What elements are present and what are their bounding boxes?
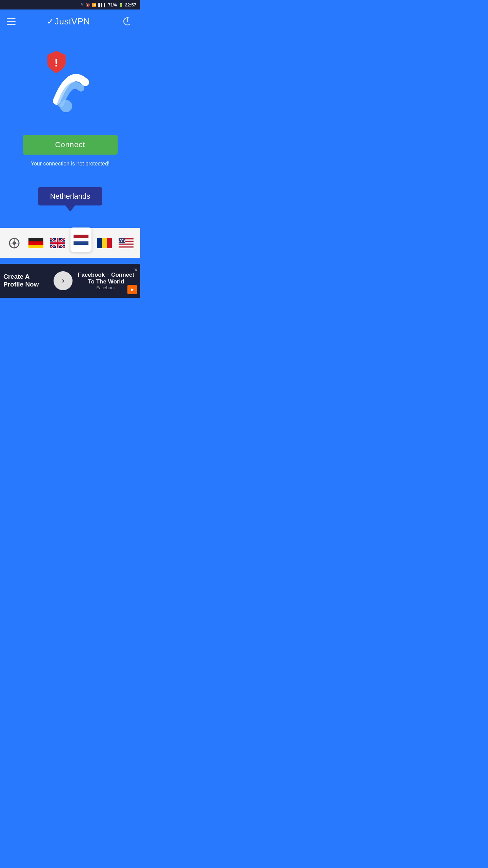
svg-point-3 xyxy=(60,100,72,112)
flag-bar: ★★★ ★★ xyxy=(0,228,140,258)
ad-title: Facebook – Connect To The World xyxy=(75,272,137,285)
connect-button[interactable]: Connect xyxy=(23,135,118,155)
signal-container: ! xyxy=(36,54,104,121)
wifi-icon-status: 📶 xyxy=(92,3,97,7)
battery-icon: 🔋 xyxy=(119,3,123,7)
svg-rect-9 xyxy=(28,241,43,245)
country-selector-area: Netherlands xyxy=(38,187,103,205)
flag-item-de[interactable] xyxy=(27,234,45,252)
svg-rect-8 xyxy=(28,238,43,241)
location-dot-icon xyxy=(8,237,20,249)
hamburger-line-1 xyxy=(7,18,16,19)
uk-flag-icon xyxy=(50,238,65,248)
svg-rect-17 xyxy=(107,238,112,248)
svg-rect-13 xyxy=(74,238,88,241)
flag-item-location[interactable] xyxy=(5,234,23,252)
main-content: ! Connect Your connection is not protect… xyxy=(0,33,140,228)
germany-flag-icon xyxy=(28,238,43,248)
svg-rect-12 xyxy=(74,235,88,238)
ad-subtitle: Facebook xyxy=(96,285,116,290)
status-bar: ℕ 🔇 📶 ▌▌▌ 71% 🔋 22:57 xyxy=(0,0,140,9)
hamburger-line-3 xyxy=(7,24,16,25)
svg-rect-22 xyxy=(119,243,134,244)
app-wrapper: ℕ 🔇 📶 ▌▌▌ 71% 🔋 22:57 ✓JustVPN xyxy=(0,0,140,304)
selected-country-bubble[interactable]: Netherlands xyxy=(38,187,103,205)
logo-check: ✓ xyxy=(47,16,55,26)
shield-warning-icon: ! xyxy=(46,50,67,75)
ad-arrow-icon: › xyxy=(62,276,64,285)
signal-icon: ▌▌▌ xyxy=(98,3,106,7)
logo-name: JustVPN xyxy=(55,16,90,26)
svg-text:★★: ★★ xyxy=(120,238,124,241)
ad-banner: Create A Profile Now › Facebook – Connec… xyxy=(0,264,140,298)
hamburger-line-2 xyxy=(7,21,16,22)
ad-arrow-button[interactable]: › xyxy=(54,271,73,290)
status-icons: ℕ 🔇 📶 ▌▌▌ 71% 🔋 22:57 xyxy=(81,2,136,7)
battery-percent: 71% xyxy=(108,2,117,7)
bottom-spacer xyxy=(0,258,140,264)
netherlands-flag-icon xyxy=(74,235,88,245)
usa-flag-icon: ★★★ ★★ xyxy=(119,238,134,248)
nfc-icon: ℕ xyxy=(81,3,84,7)
svg-rect-16 xyxy=(102,238,107,248)
menu-button[interactable] xyxy=(7,18,16,25)
mute-icon: 🔇 xyxy=(85,3,90,7)
connection-status-text: Your connection is not protected! xyxy=(31,161,109,167)
ad-left-text: Create A Profile Now xyxy=(3,273,51,289)
romania-flag-icon xyxy=(97,238,112,248)
clock: 22:57 xyxy=(125,2,136,7)
power-button[interactable] xyxy=(121,15,134,27)
flag-item-ro[interactable] xyxy=(96,234,113,252)
svg-rect-15 xyxy=(97,238,102,248)
app-logo: ✓JustVPN xyxy=(47,16,90,27)
flag-item-gb[interactable] xyxy=(49,234,66,252)
svg-rect-14 xyxy=(74,241,88,245)
svg-rect-10 xyxy=(28,245,43,248)
power-icon xyxy=(122,16,133,26)
flag-item-nl[interactable] xyxy=(70,228,92,252)
flag-item-us[interactable]: ★★★ ★★ xyxy=(117,234,135,252)
svg-rect-23 xyxy=(119,245,134,245)
ad-close-button[interactable]: × xyxy=(134,267,138,274)
ad-play-button[interactable] xyxy=(127,285,137,294)
svg-rect-24 xyxy=(119,246,134,247)
header: ✓JustVPN xyxy=(0,9,140,33)
svg-text:!: ! xyxy=(54,56,58,69)
